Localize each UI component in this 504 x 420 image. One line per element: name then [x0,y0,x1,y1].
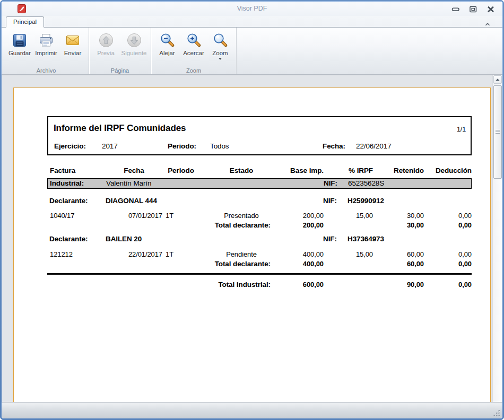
ribbon-tab-row: Principal [2,16,502,28]
arrow-up-circle-icon [98,32,115,49]
total-declarante-row: Total declarante: 400,00 60,00 0,00 [47,260,472,268]
industrial-band: Industrial: Valentín Marín NIF: 65235628… [47,178,472,189]
total-base: 400,00 [283,260,324,268]
declarante-name: BAILEN 20 [106,235,142,243]
button-label: Imprimir [35,50,57,56]
declarante-row: Declarante: BAILEN 20 NIF: H37364973 [47,235,472,243]
ribbon-group-pagina: Previa Siguiente Página [89,28,151,74]
envelope-icon [64,32,81,49]
vertical-scrollbar[interactable] [492,75,502,402]
declarante-nif-label: NIF: [323,235,337,243]
total-retenido: 60,00 [373,260,424,268]
total-declarante-row: Total declarante: 200,00 30,00 0,00 [47,221,472,229]
window-controls [451,5,495,12]
periodo-label: Periodo: [168,142,196,150]
cell-base: 400,00 [283,250,324,258]
resize-grip[interactable] [493,409,500,416]
col-irpf: % IRPF [324,167,373,174]
document-viewport[interactable]: Informe del IRPF Comunidades 1/1 Ejercic… [2,75,502,402]
cell-fecha: 22/01/2017 [106,250,162,258]
titlebar[interactable]: Visor PDF [2,2,502,16]
col-estado: Estado [199,167,283,174]
total-industrial-deduccion: 0,00 [424,281,472,288]
scrollbar-thumb-grip [496,130,500,134]
close-button[interactable] [486,5,495,12]
scrollbar-up-button[interactable] [493,75,502,84]
fecha-value: 22/06/2017 [356,142,392,150]
magnifier-icon [212,32,229,49]
total-industrial-base: 600,00 [283,281,324,288]
page-indicator: 1/1 [457,126,466,133]
declarante-row: Declarante: DIAGONAL 444 NIF: H25990912 [47,197,472,205]
cell-factura: 1040/17 [47,212,106,220]
group-label-zoom: Zoom [151,67,236,74]
table-row: 121212 22/01/2017 1T Pendiente 400,00 15… [47,250,472,258]
minimize-button[interactable] [451,5,460,12]
col-deduccion: Deducción [424,167,472,174]
status-bar [2,402,502,418]
industrial-name: Valentín Marín [106,179,151,188]
button-label: Guardar [8,50,31,56]
cell-periodo: 1T [162,212,199,220]
cell-periodo: 1T [162,250,199,258]
report-header-box: Informe del IRPF Comunidades 1/1 Ejercic… [47,116,472,155]
scrollbar-thumb[interactable] [493,85,502,179]
col-base-imp: Base imp. [283,167,324,174]
table-row: 1040/17 07/01/2017 1T Presentado 200,00 … [47,212,472,220]
col-fecha: Fecha [106,167,162,174]
col-factura: Factura [47,167,106,174]
magnifier-minus-icon [159,32,176,49]
total-divider-line [47,273,472,275]
periodo-value: Todos [210,142,229,150]
previa-button[interactable]: Previa [92,29,120,56]
pdf-page: Informe del IRPF Comunidades 1/1 Ejercic… [13,88,491,402]
cell-factura: 121212 [47,250,106,258]
cell-irpf: 15,00 [324,250,373,258]
cell-estado: Presentado [199,212,283,220]
group-label-pagina: Página [89,67,151,74]
maximize-button[interactable] [469,5,477,12]
tab-principal[interactable]: Principal [6,16,44,28]
arrow-down-circle-icon [126,32,143,49]
button-label: Alejar [159,50,175,56]
declarante-nif-value: H37364973 [347,235,384,243]
industrial-label: Industrial: [50,179,84,188]
acercar-button[interactable]: Acercar [180,29,207,56]
ribbon-collapse-icon[interactable] [484,19,491,24]
total-declarante-label: Total declarante: [47,221,283,229]
printer-icon [38,32,55,49]
declarante-label: Declarante: [49,235,88,243]
declarante-name: DIAGONAL 444 [106,197,157,205]
declarante-nif-value: H25990912 [347,197,384,205]
declarante-nif-label: NIF: [323,197,337,205]
ribbon-group-archivo: Guardar Imprimir Enviar Archivo [4,28,89,74]
total-deduccion: 0,00 [424,260,472,268]
app-window: Visor PDF Principal Guardar [0,0,504,420]
total-deduccion: 0,00 [424,221,472,229]
total-industrial-label: Total industrial: [47,281,283,288]
alejar-button[interactable]: Alejar [154,29,180,56]
cell-fecha: 07/01/2017 [106,212,162,220]
enviar-button[interactable]: Enviar [59,29,86,56]
cell-retenido: 60,00 [373,250,424,258]
total-industrial-row: Total industrial: 600,00 90,00 0,00 [47,281,472,288]
report-content: Informe del IRPF Comunidades 1/1 Ejercic… [47,116,472,288]
magnifier-plus-icon [185,32,202,49]
guardar-button[interactable]: Guardar [6,29,33,56]
total-base: 200,00 [283,221,324,229]
cell-deduccion: 0,00 [424,212,472,220]
col-retenido: Retenido [373,167,424,174]
imprimir-button[interactable]: Imprimir [33,29,59,56]
ejercicio-label: Ejercicio: [54,142,86,150]
zoom-button[interactable]: Zoom [207,29,233,62]
report-title: Informe del IRPF Comunidades [54,123,186,134]
window-title: Visor PDF [2,5,502,12]
button-label: Previa [97,50,115,56]
siguiente-button[interactable]: Siguiente [120,29,148,56]
total-retenido: 30,00 [373,221,424,229]
button-label: Zoom [212,50,228,56]
button-label: Acercar [183,50,204,56]
zoom-dropdown-arrow-icon[interactable] [219,58,222,62]
floppy-disk-icon [11,32,28,49]
cell-deduccion: 0,00 [424,250,472,258]
